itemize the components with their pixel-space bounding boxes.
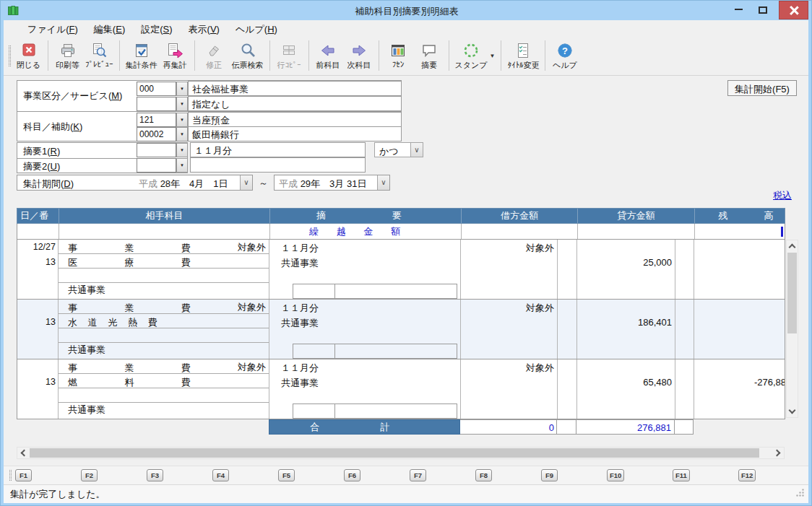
summary2-dropdown-button[interactable]: ▼ [176,158,188,173]
fkey-f6[interactable]: F6 [344,469,360,481]
toolbar-button-stamp[interactable]: スタンプ [453,40,490,74]
toolbar-button-print[interactable]: 印刷等 [52,40,83,74]
tax-tag: 対象外 [238,240,266,255]
start-aggregation-button[interactable]: 集計開始(F5) [727,80,797,96]
subaccount-dropdown-button[interactable]: ▼ [176,127,188,141]
scroll-up-button[interactable] [787,240,798,252]
toolbar-button-summary[interactable]: 摘要 [414,40,445,74]
fkey-f12[interactable]: F12 [738,469,756,481]
menu-settings[interactable]: 設定(S) [133,21,180,38]
period-to-value: 平成 29年 3月 31日 [279,178,366,191]
menu-view[interactable]: 表示(V) [181,21,228,38]
toolbar-button-prev-account[interactable]: 前科目 [313,40,344,74]
toolbar-button-fusen[interactable]: ﾌｾﾝ [383,40,414,74]
fkey-f7[interactable]: F7 [410,469,426,481]
fkey-f11[interactable]: F11 [673,469,690,481]
stamp-dropdown-chevron-icon[interactable]: ▼ [490,53,496,59]
vertical-scroll-thumb[interactable] [787,253,797,333]
minimize-icon [735,8,743,10]
chevron-up-icon [789,244,796,251]
fkey-f9[interactable]: F9 [541,469,558,481]
toolbar-separator [379,40,379,71]
fkey-f10[interactable]: F10 [607,469,624,481]
toolbar-button-recalculate[interactable]: 再集計 [160,40,191,74]
col-header-summary: 摘要 [270,209,462,223]
account-dropdown-button[interactable]: ▼ [176,113,188,127]
menu-edit[interactable]: 編集(E) [86,21,133,38]
business-code-input[interactable]: 000 [137,82,176,96]
fkey-f8[interactable]: F8 [475,469,492,481]
resize-grip[interactable] [795,488,805,500]
partner-account-2: 医療費 [68,256,191,270]
summary2-code-input[interactable] [137,158,176,173]
maximize-button[interactable] [751,1,774,19]
horizontal-scroll-thumb[interactable] [30,448,759,458]
toolbar-button-conditions[interactable]: 集計条件 [124,40,160,74]
summary1-value-input[interactable]: １１月分 [190,142,366,157]
fkey-f2[interactable]: F2 [81,469,98,481]
status-bar: 集計が完了しました。 [4,484,810,504]
tax-included-link[interactable]: 税込 [773,189,792,202]
recalculate-arrow-icon [166,41,183,60]
fkey-f1[interactable]: F1 [15,469,32,481]
toolbar-button-help[interactable]: ? ヘルプ [549,40,580,74]
business-dropdown-button[interactable]: ▼ [176,82,188,96]
operator-combobox[interactable]: かつ ∨ [374,142,423,157]
close-window-button[interactable] [779,1,808,19]
summary2-value-input[interactable] [190,157,366,173]
period-from-chevron-icon[interactable]: ∨ [240,175,252,190]
window-border-left [1,1,4,506]
fkey-f3[interactable]: F3 [147,469,163,481]
toolbar-button-close[interactable]: 閉じる [13,40,44,74]
menu-file[interactable]: ファイル(F) [20,21,86,38]
col-header-credit: 貸方金額 [578,209,695,223]
fnbar-grip [9,470,12,481]
toolbar-button-row-copy[interactable]: 行ｺﾋﾟｰ [274,40,305,74]
toolbar-button-edit[interactable]: 修正 [199,40,230,74]
menubar: ファイル(F) 編集(E) 設定(S) 表示(V) ヘルプ(H) [4,20,810,38]
partner-account-1: 事業費 [68,361,191,375]
account-code-input[interactable]: 121 [137,113,176,127]
account-label: 科目／補助(K) [23,121,82,134]
business-dropdown2-button[interactable]: ▼ [176,97,188,111]
toolbar-button-preview[interactable]: ﾌﾟﾚﾋﾞｭｰ [83,40,116,74]
toolbar-button-next-account[interactable]: 次科目 [344,40,375,74]
summary1-dropdown-button[interactable]: ▼ [176,143,188,157]
toolbar-separator [194,40,195,71]
clipped-balance-sliver [781,227,783,237]
debit-tax-tag: 対象外 [526,362,554,375]
scroll-right-button[interactable] [772,448,784,458]
printer-icon [59,41,77,60]
subaccount-code-input[interactable]: 00002 [137,127,176,141]
horizontal-scrollbar[interactable] [17,447,785,459]
operator-chevron-icon[interactable]: ∨ [410,143,423,157]
toolbar-button-voucher-search[interactable]: 伝票検索 [230,40,266,74]
col-header-partner: 相手科目 [59,209,270,223]
period-to-chevron-icon[interactable]: ∨ [377,175,389,190]
close-red-icon [20,41,38,60]
vertical-scrollbar[interactable] [786,240,798,418]
minimize-button[interactable] [727,1,750,19]
row-copy-icon [280,41,298,60]
fkey-f4[interactable]: F4 [212,469,229,481]
eraser-icon [205,41,223,60]
toolbar-button-title-change[interactable]: ﾀｲﾄﾙ変更 [505,40,541,74]
scroll-left-button[interactable] [17,448,29,458]
summary-group: 摘要1(R) 摘要2(U) ▼ ▼ [17,142,188,173]
menu-help[interactable]: ヘルプ(H) [228,21,285,38]
summary-line-1: １１月分 [281,241,319,256]
scroll-down-button[interactable] [787,406,798,417]
period-label: 集計期間(D) [23,178,74,191]
business-code2-input[interactable] [137,97,176,111]
app-window: 補助科目別摘要別明細表 ファイル(F) 編集(E) 設定(S) 表示(V) ヘル… [0,0,812,506]
partner-account-1: 事業費 [68,241,191,256]
fkey-f5[interactable]: F5 [278,469,295,481]
total-label: 合計 [269,419,460,435]
stamp-circle-icon [462,41,480,60]
credit-amount: 65,480 [643,377,672,388]
summary-line-1: １１月分 [281,361,319,375]
partner-account-2: 燃料費 [68,375,191,390]
period-from-value: 平成 28年 4月 1日 [139,178,228,191]
transaction-block-highlighted: 13 事業費対象外 水道光熱費 共通事業 １１月分 共通事業 対象外 186,4… [17,300,785,359]
summary1-code-input[interactable] [137,143,176,157]
